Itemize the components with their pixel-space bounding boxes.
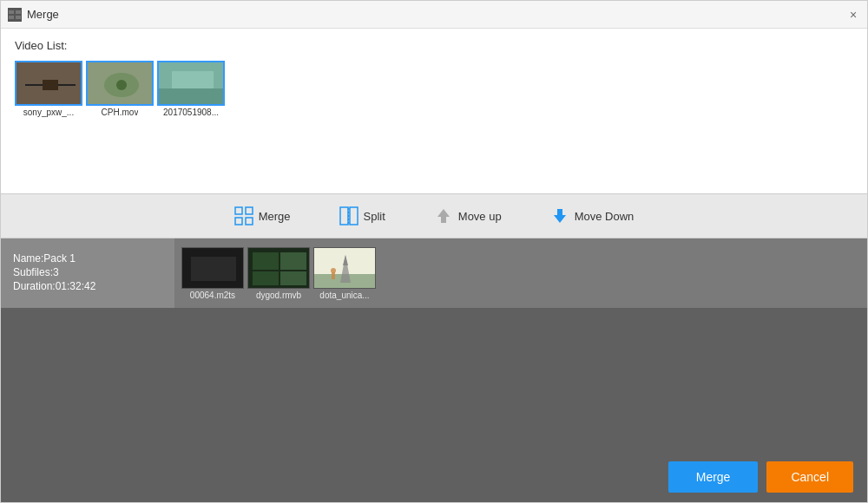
merge-icon [234,206,253,225]
close-icon[interactable]: × [846,8,860,22]
svg-rect-25 [253,252,279,270]
pack-name: Name:Pack 1 [13,252,162,265]
video-thumb [157,61,225,106]
merge-button[interactable]: Merge [227,203,298,229]
svg-marker-20 [437,209,450,223]
svg-rect-15 [235,218,242,225]
svg-marker-21 [554,209,566,223]
pack-info: Name:Pack 1 Subfiles:3 Duration:01:32:42 [1,238,174,308]
split-icon [339,206,358,225]
window-title: Merge [27,8,846,21]
svg-point-9 [116,80,127,90]
pack-video-item[interactable]: dygod.rmvb [247,247,310,300]
moveup-button[interactable]: Move up [427,203,509,229]
bottom-bar: Merge Cancel [1,452,867,502]
cancel-bottom-button[interactable]: Cancel [766,461,853,493]
svg-rect-14 [246,207,253,214]
split-button[interactable]: Split [332,203,392,229]
video-item[interactable]: 2017051908... [157,61,225,117]
svg-rect-16 [246,218,253,225]
merge-bottom-button[interactable]: Merge [668,461,759,493]
svg-rect-33 [332,272,335,279]
svg-point-34 [331,268,336,273]
moveup-icon [434,206,453,225]
title-bar: Merge × [1,1,867,29]
pack-section: Name:Pack 1 Subfiles:3 Duration:01:32:42… [1,238,867,308]
movedown-button[interactable]: Move Down [543,203,641,229]
svg-rect-1 [16,10,21,14]
merge-dialog: Merge × Video List: [0,0,868,503]
svg-rect-18 [350,207,358,225]
video-item-label: sony_pxw_... [23,108,74,117]
svg-rect-12 [172,71,214,88]
pack-duration: Duration:01:32:42 [13,280,162,292]
pack-thumb [313,247,376,289]
content-area: Video List: sony_pxw_... [1,29,867,502]
merge-label: Merge [259,210,291,223]
svg-rect-17 [340,207,348,225]
svg-rect-26 [280,252,306,270]
bottom-spacer [1,308,867,452]
split-label: Split [364,210,385,223]
pack-video-item[interactable]: 00064.m2ts [181,247,244,300]
pack-item-label: 00064.m2ts [190,291,235,300]
video-item[interactable]: sony_pxw_... [15,61,82,117]
window-icon [8,8,22,22]
svg-rect-27 [253,271,279,285]
svg-rect-6 [43,80,58,90]
movedown-icon [550,206,569,225]
svg-rect-2 [9,16,14,19]
svg-rect-0 [9,10,14,14]
svg-rect-23 [191,257,236,281]
video-thumbnails: sony_pxw_... CPH.mov [15,61,853,117]
movedown-label: Move Down [575,210,635,223]
pack-item-label: dota_unica... [319,291,369,300]
thumb-cph [88,62,152,104]
pack-files: 00064.m2ts dygod.rmvb [174,238,383,308]
video-thumb [15,61,82,106]
pack-video-item[interactable]: dota_unica... [313,247,376,300]
video-thumb [86,61,154,106]
svg-rect-13 [235,207,242,214]
video-item-label: CPH.mov [102,108,139,117]
moveup-label: Move up [458,210,502,223]
svg-rect-11 [159,88,225,106]
video-item-label: 2017051908... [163,108,219,117]
video-list-section: Video List: sony_pxw_... [1,29,867,193]
pack-subfiles: Subfiles:3 [13,266,162,278]
thumb-sony [16,62,81,104]
pack-thumb [247,247,310,289]
toolbar: Merge Split Move up [1,193,867,238]
thumb-2017 [159,62,223,104]
svg-rect-3 [16,16,21,19]
video-item[interactable]: CPH.mov [86,61,154,117]
svg-rect-28 [280,271,306,285]
pack-thumb [181,247,244,289]
video-list-label: Video List: [15,39,853,52]
pack-item-label: dygod.rmvb [256,291,301,300]
